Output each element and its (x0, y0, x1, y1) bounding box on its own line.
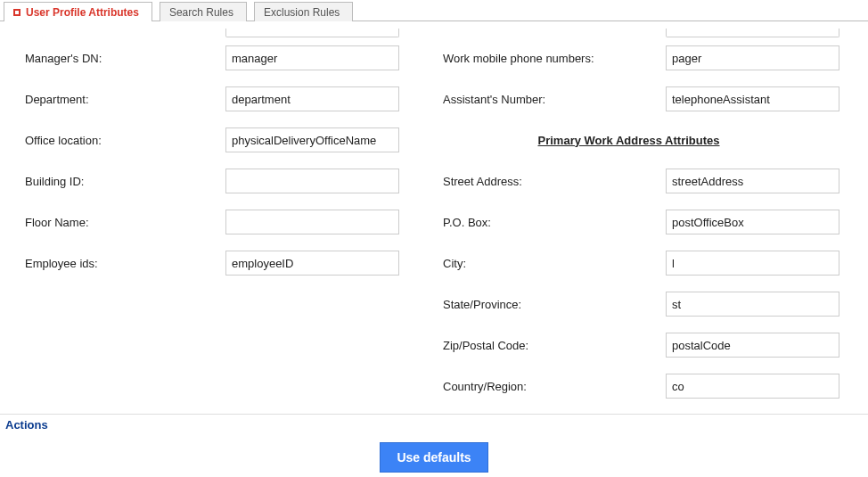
input-work-mobile[interactable] (666, 45, 839, 70)
label-po-box: P.O. Box: (443, 216, 666, 229)
input-managers-dn[interactable] (225, 45, 399, 70)
label-employee-ids: Employee ids: (25, 257, 225, 270)
left-column: Manager's DN: Department: Office locatio… (0, 37, 434, 407)
right-column: Work mobile phone numbers: Assistant's N… (434, 37, 868, 407)
use-defaults-button[interactable]: Use defaults (380, 442, 487, 473)
label-building-id: Building ID: (25, 175, 225, 188)
label-department: Department: (25, 93, 225, 106)
tab-search-rules[interactable]: Search Rules (160, 2, 247, 21)
input-building-id[interactable] (225, 169, 399, 193)
label-city: City: (443, 257, 666, 270)
input-zip[interactable] (666, 333, 839, 358)
label-state: State/Province: (443, 298, 666, 311)
input-assistant-number[interactable] (666, 86, 839, 111)
tab-label: User Profile Attributes (26, 5, 139, 20)
cutoff-input-right[interactable] (666, 29, 839, 37)
label-street-address: Street Address: (443, 175, 666, 188)
actions-bar: Use defaults (0, 432, 868, 477)
input-city[interactable] (666, 251, 839, 276)
tab-user-profile-attributes[interactable]: User Profile Attributes (4, 2, 152, 21)
label-zip: Zip/Postal Code: (443, 339, 666, 352)
input-country[interactable] (666, 374, 839, 399)
input-state[interactable] (666, 292, 839, 317)
label-office-location: Office location: (25, 134, 225, 147)
label-managers-dn: Manager's DN: (25, 52, 225, 65)
tab-label: Search Rules (169, 5, 233, 20)
label-work-mobile: Work mobile phone numbers: (443, 52, 666, 65)
active-tab-marker-icon (13, 9, 20, 16)
actions-heading: Actions (0, 415, 868, 432)
tab-label: Exclusion Rules (264, 5, 340, 20)
label-country: Country/Region: (443, 380, 666, 393)
input-street-address[interactable] (666, 169, 839, 193)
tab-exclusion-rules[interactable]: Exclusion Rules (254, 2, 353, 21)
input-floor-name[interactable] (225, 210, 399, 234)
input-office-location[interactable] (225, 127, 399, 152)
input-po-box[interactable] (666, 210, 839, 234)
input-department[interactable] (225, 86, 399, 111)
section-title-primary-work-address: Primary Work Address Attributes (443, 119, 868, 160)
label-assistant-number: Assistant's Number: (443, 93, 666, 106)
tab-bar: User Profile Attributes Search Rules Exc… (0, 0, 868, 21)
form-content: Manager's DN: Department: Office locatio… (0, 21, 868, 407)
input-employee-ids[interactable] (225, 251, 399, 276)
cutoff-input-left[interactable] (225, 29, 399, 37)
label-floor-name: Floor Name: (25, 216, 225, 229)
